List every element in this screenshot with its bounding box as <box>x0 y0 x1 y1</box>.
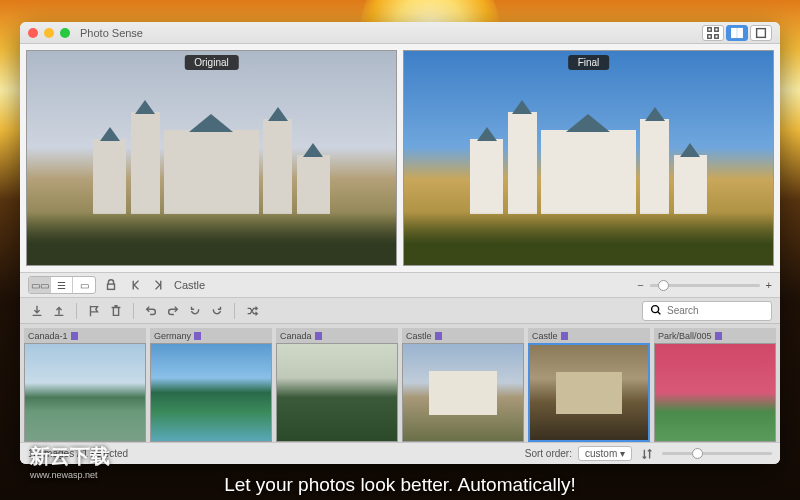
thumbnail-item[interactable]: Park/Ball/005 <box>654 328 776 442</box>
thumbnail-name: Canada-1 <box>28 331 68 341</box>
titlebar: Photo Sense <box>20 22 780 44</box>
svg-rect-0 <box>708 27 712 31</box>
import-button[interactable] <box>28 303 46 319</box>
zoom-button[interactable] <box>60 28 70 38</box>
close-button[interactable] <box>28 28 38 38</box>
thumbnail-name: Park/Ball/005 <box>658 331 712 341</box>
redo-button[interactable] <box>164 303 182 319</box>
current-image-name: Castle <box>174 279 205 291</box>
thumb-zoom-control <box>662 452 772 455</box>
layout-sidebyside[interactable]: ▭▭ <box>29 277 51 293</box>
compare-view: Original Final <box>20 44 780 272</box>
flag-button[interactable] <box>85 303 103 319</box>
flag-icon <box>715 332 722 340</box>
app-window: Photo Sense Original Final <box>20 22 780 464</box>
view-single-button[interactable] <box>750 25 772 41</box>
final-pane[interactable]: Final <box>403 50 774 266</box>
zoom-in-icon[interactable]: + <box>766 279 772 291</box>
search-input[interactable] <box>667 305 765 316</box>
thumbnail-name: Castle <box>406 331 432 341</box>
zoom-out-icon[interactable]: − <box>637 279 643 291</box>
shuffle-button[interactable] <box>243 303 261 319</box>
rotate-left-button[interactable] <box>186 303 204 319</box>
view-mode-switch <box>702 25 772 41</box>
prev-button[interactable] <box>126 277 144 293</box>
flag-icon <box>194 332 201 340</box>
svg-rect-3 <box>715 34 719 38</box>
svg-point-8 <box>652 305 659 312</box>
layout-segmented: ▭▭ ☰ ▭ <box>28 276 96 294</box>
layout-single[interactable]: ▭ <box>73 277 95 293</box>
flag-icon <box>315 332 322 340</box>
original-pane[interactable]: Original <box>26 50 397 266</box>
export-button[interactable] <box>50 303 68 319</box>
thumb-zoom-slider[interactable] <box>662 452 772 455</box>
thumbnail-item[interactable]: Germany <box>150 328 272 442</box>
tagline: Let your photos look better. Automatical… <box>0 474 800 496</box>
minimize-button[interactable] <box>44 28 54 38</box>
svg-rect-6 <box>757 28 766 37</box>
undo-button[interactable] <box>142 303 160 319</box>
view-compare-button[interactable] <box>726 25 748 41</box>
svg-rect-2 <box>708 34 712 38</box>
sort-order-select[interactable]: custom ▾ <box>578 446 632 461</box>
lock-icon[interactable] <box>102 277 120 293</box>
svg-rect-7 <box>108 284 115 289</box>
app-title: Photo Sense <box>80 27 143 39</box>
thumbnail-strip: Canada-1 Germany Canada Castle Castle <box>20 324 780 442</box>
thumbnail-item[interactable]: Canada <box>276 328 398 442</box>
sort-label: Sort order: <box>525 448 572 459</box>
sort-direction-button[interactable] <box>638 446 656 462</box>
status-bar: 18 images / 1 selected Sort order: custo… <box>20 442 780 464</box>
rotate-right-button[interactable] <box>208 303 226 319</box>
thumbnail-item[interactable]: Castle <box>402 328 524 442</box>
flag-icon <box>435 332 442 340</box>
layout-stacked[interactable]: ☰ <box>51 277 73 293</box>
original-label: Original <box>184 55 238 70</box>
final-label: Final <box>568 55 610 70</box>
trash-button[interactable] <box>107 303 125 319</box>
thumbnail-item-selected[interactable]: Castle <box>528 328 650 442</box>
next-button[interactable] <box>150 277 168 293</box>
view-grid-button[interactable] <box>702 25 724 41</box>
zoom-slider[interactable] <box>650 284 760 287</box>
svg-rect-4 <box>732 28 736 37</box>
svg-rect-5 <box>738 28 742 37</box>
zoom-control: − + <box>637 279 772 291</box>
search-icon <box>649 303 663 319</box>
svg-rect-1 <box>715 27 719 31</box>
flag-icon <box>71 332 78 340</box>
compare-toolbar: ▭▭ ☰ ▭ Castle − + <box>20 272 780 298</box>
thumbnail-item[interactable]: Canada-1 <box>24 328 146 442</box>
thumbnail-name: Canada <box>280 331 312 341</box>
main-area: Original Final ▭▭ ☰ ▭ <box>20 44 780 464</box>
search-field[interactable] <box>642 301 772 321</box>
strip-toolbar <box>20 298 780 324</box>
thumbnail-name: Germany <box>154 331 191 341</box>
window-controls <box>28 28 70 38</box>
flag-icon <box>561 332 568 340</box>
thumbnail-name: Castle <box>532 331 558 341</box>
